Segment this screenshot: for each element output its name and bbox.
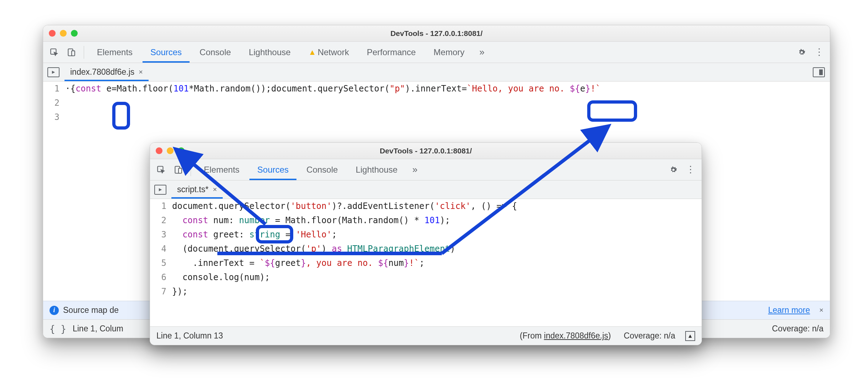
pretty-print-icon[interactable]: { } [50,324,66,334]
warning-icon: ▲ [309,48,316,57]
minimize-icon[interactable] [167,147,174,154]
minified-var-e: e [107,84,112,94]
window-controls [156,147,185,154]
tab-elements[interactable]: Elements [89,42,140,63]
titlebar[interactable]: DevTools - 127.0.0.1:8081/ [43,25,830,42]
from-file-link[interactable]: index.7808df6e.js [544,331,608,340]
code-content[interactable]: document.querySelector('button')?.addEve… [172,199,702,326]
infobar-close-icon[interactable]: × [819,306,823,314]
settings-icon[interactable] [794,45,809,60]
zoom-icon[interactable] [71,30,78,37]
infobar-text: Source map de [63,305,119,315]
device-toggle-icon[interactable] [171,162,186,177]
kebab-menu-icon[interactable]: ⋮ [683,162,698,177]
divider [191,163,191,176]
inspect-icon[interactable] [154,162,169,177]
file-tab-script-ts[interactable]: script.ts* × [171,180,223,199]
var-num: num: [208,215,239,225]
more-tabs-icon[interactable]: » [408,162,423,177]
window-title: DevTools - 127.0.0.1:8081/ [43,29,830,38]
line-gutter: 1 2 3 [43,82,65,301]
code-editor[interactable]: 123 456 7 document.querySelector('button… [150,199,702,326]
panel-tab-strip: Elements Sources Console Lighthouse ▲Net… [43,42,830,63]
coverage-status: Coverage: n/a [624,331,675,341]
file-tab-label: index.7808df6e.js [70,67,134,77]
tab-lighthouse[interactable]: Lighthouse [348,159,405,180]
template-hello: `Hello, [467,84,503,94]
inspect-icon[interactable] [47,45,62,60]
coverage-status: Coverage: n/a [772,324,823,334]
tab-performance[interactable]: Performance [359,42,423,63]
cursor-position: Line 1, Column 13 [156,331,223,341]
file-tab-strip: script.ts* × [150,180,702,199]
divider [84,46,84,59]
window-controls [49,30,78,37]
panel-tab-strip: Elements Sources Console Lighthouse » ⋮ [150,159,702,180]
window-title: DevTools - 127.0.0.1:8081/ [150,147,702,155]
settings-icon[interactable] [666,162,681,177]
tab-sources[interactable]: Sources [143,42,190,63]
navigator-toggle-icon[interactable] [154,185,166,195]
tab-console[interactable]: Console [192,42,239,63]
file-tab-label: script.ts* [177,185,208,194]
navigator-toggle-icon[interactable] [47,67,60,77]
minimize-icon[interactable] [60,30,67,37]
tab-console[interactable]: Console [299,159,346,180]
show-drawer-icon[interactable]: ▲ [685,331,695,341]
close-tab-icon[interactable]: × [213,185,217,194]
close-icon[interactable] [49,30,56,37]
learn-more-link[interactable]: Learn more [768,305,810,315]
svg-rect-5 [179,168,182,173]
cursor-position: Line 1, Colum [73,324,123,334]
tab-network[interactable]: ▲Network [301,42,357,63]
svg-rect-2 [72,51,75,56]
file-tab-compiled[interactable]: index.7808df6e.js × [64,63,149,81]
tab-elements[interactable]: Elements [196,159,247,180]
line-gutter: 123 456 7 [150,199,172,326]
titlebar[interactable]: DevTools - 127.0.0.1:8081/ [150,143,702,159]
more-tabs-icon[interactable]: » [474,45,489,60]
status-bar: Line 1, Column 13 (From index.7808df6e.j… [150,326,702,345]
tab-memory[interactable]: Memory [426,42,472,63]
tab-sources[interactable]: Sources [249,159,296,180]
sidebar-toggle-icon[interactable] [813,67,825,77]
info-icon: i [50,306,59,315]
device-toggle-icon[interactable] [64,45,79,60]
file-tab-strip: index.7808df6e.js × [43,63,830,82]
from-label: (From index.7808df6e.js) [520,331,611,341]
close-icon[interactable] [156,147,162,154]
kebab-menu-icon[interactable]: ⋮ [811,45,826,60]
tab-lighthouse[interactable]: Lighthouse [241,42,298,63]
close-tab-icon[interactable]: × [139,68,143,76]
devtools-window-authored: DevTools - 127.0.0.1:8081/ Elements Sour… [150,142,702,345]
zoom-icon[interactable] [178,147,185,154]
